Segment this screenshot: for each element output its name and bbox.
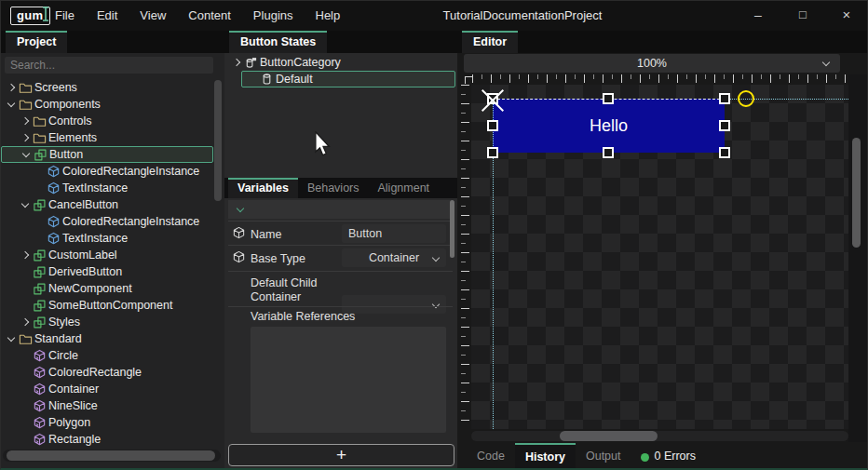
title-bar: gum FileEditViewContentPluginsHelp Tutor… (1, 1, 868, 31)
resize-handle-middle-right[interactable] (719, 120, 730, 131)
project-tree-vertical-scrollbar[interactable] (214, 80, 222, 201)
instance-cube-icon (47, 215, 62, 229)
chevron-down-icon[interactable] (7, 334, 15, 342)
tab-project[interactable]: Project (6, 31, 67, 53)
standard-element-icon (33, 349, 48, 363)
tree-item-controls[interactable]: Controls (1, 113, 213, 129)
properties-tab-alignment[interactable]: Alignment (369, 180, 440, 200)
name-field-label: Name (251, 228, 281, 241)
menu-edit[interactable]: Edit (86, 1, 129, 31)
tab-editor[interactable]: Editor (462, 31, 518, 53)
maximize-button[interactable]: □ (787, 1, 819, 31)
menu-view[interactable]: View (129, 1, 177, 31)
base-type-dropdown-value: Container (369, 251, 419, 264)
resize-handle-bottom-right[interactable] (719, 147, 730, 158)
tab-button-states[interactable]: Button States (229, 31, 327, 53)
variables-collapse-header[interactable] (228, 200, 453, 219)
rotation-handle-circle[interactable] (738, 90, 754, 107)
tree-item-default[interactable]: Default (241, 71, 455, 87)
chevron-down-icon[interactable] (21, 200, 29, 208)
chevron-right-icon[interactable] (21, 251, 29, 259)
variable-references-textarea[interactable] (251, 327, 446, 433)
editor-panel: 100% Hello (457, 53, 868, 470)
close-button[interactable]: × (831, 1, 862, 31)
name-field-input[interactable] (342, 224, 446, 243)
project-tree-horizontal-scrollbar[interactable] (7, 450, 215, 461)
tree-item-somebuttoncomponent[interactable]: SomeButtonComponent (1, 297, 213, 314)
minimize-button[interactable]: – (742, 1, 774, 31)
app-window: gum FileEditViewContentPluginsHelp Tutor… (0, 0, 868, 470)
tree-item-coloredrectangle[interactable]: ColoredRectangle (1, 364, 213, 381)
divider (228, 245, 453, 246)
resize-handle-top-center[interactable] (603, 93, 614, 104)
standard-element-icon (33, 399, 48, 413)
tree-item-label: Controls (48, 114, 92, 128)
chevron-right-icon[interactable] (21, 117, 29, 125)
resize-handle-bottom-center[interactable] (603, 147, 614, 158)
selected-element[interactable]: Hello (493, 99, 725, 153)
resize-handle-top-right[interactable] (719, 93, 730, 104)
tree-item-textinstance[interactable]: TextInstance (1, 230, 213, 247)
chevron-right-icon[interactable] (21, 134, 29, 141)
tree-item-buttoncategory[interactable]: ButtonCategory (224, 54, 457, 71)
tree-item-screens[interactable]: Screens (1, 79, 213, 96)
status-tab-code[interactable]: Code (467, 443, 515, 470)
resize-handle-bottom-left[interactable] (487, 147, 498, 158)
editor-horizontal-scrollbar[interactable] (560, 431, 658, 441)
tree-item-styles[interactable]: Styles (1, 314, 213, 330)
chevron-down-icon[interactable] (22, 150, 30, 157)
chevron-right-icon[interactable] (7, 84, 15, 91)
properties-tab-variables[interactable]: Variables (228, 178, 298, 198)
status-tab-output[interactable]: Output (576, 443, 631, 470)
properties-tab-behaviors[interactable]: Behaviors (298, 180, 369, 200)
zoom-level-dropdown[interactable]: 100% (464, 54, 840, 73)
menu-file[interactable]: File (44, 1, 86, 31)
menu-plugins[interactable]: Plugins (242, 1, 305, 31)
tree-item-nineslice[interactable]: NineSlice (1, 397, 213, 414)
variable-cube-icon (232, 250, 247, 267)
standard-element-icon (33, 433, 48, 447)
chevron-right-icon[interactable] (233, 59, 240, 66)
editor-horizontal-scrollbar-track (471, 431, 848, 441)
tree-item-standard[interactable]: Standard (1, 330, 213, 347)
tree-item-customlabel[interactable]: CustomLabel (1, 247, 213, 263)
tree-item-textinstance[interactable]: TextInstance (1, 180, 213, 196)
menu-help[interactable]: Help (305, 1, 352, 31)
vertical-ruler (461, 85, 470, 429)
standard-element-icon (33, 416, 48, 430)
tree-item-circle[interactable]: Circle (1, 347, 213, 364)
tree-item-components[interactable]: Components (1, 96, 213, 113)
divider (228, 271, 453, 272)
divider (228, 306, 453, 307)
add-variable-button[interactable]: + (228, 444, 454, 466)
tree-item-button[interactable]: Button (1, 146, 213, 163)
editor-canvas[interactable]: Hello (471, 85, 848, 429)
base-type-dropdown[interactable]: Container (342, 248, 446, 267)
tree-item-coloredrectangleinstance[interactable]: ColoredRectangleInstance (1, 163, 213, 180)
chevron-right-icon[interactable] (21, 318, 29, 326)
tree-item-label: Standard (34, 332, 82, 345)
tree-item-elements[interactable]: Elements (1, 129, 213, 146)
chevron-down-icon[interactable] (7, 100, 15, 107)
tab-strip: Project Button States Editor (1, 31, 868, 53)
search-input[interactable] (5, 57, 213, 74)
state-category-icon (244, 56, 260, 70)
base-type-field-label: Base Type (251, 252, 305, 265)
properties-vertical-scrollbar[interactable] (450, 200, 454, 258)
status-tab-history[interactable]: History (515, 443, 576, 470)
tree-item-coloredrectangleinstance[interactable]: ColoredRectangleInstance (1, 213, 213, 230)
tree-item-rectangle[interactable]: Rectangle (1, 431, 213, 448)
tree-item-newcomponent[interactable]: NewComponent (1, 280, 213, 297)
instance-cube-icon (47, 165, 62, 179)
folder-icon (19, 81, 34, 95)
tree-item-derivedbutton[interactable]: DerivedButton (1, 263, 213, 280)
tree-item-label: NineSlice (48, 399, 98, 412)
tree-item-cancelbutton[interactable]: CancelButton (1, 196, 213, 213)
editor-vertical-scrollbar[interactable] (852, 138, 861, 248)
resize-handle-middle-left[interactable] (487, 120, 498, 131)
tree-item-label: CancelButton (48, 198, 118, 211)
tree-item-polygon[interactable]: Polygon (1, 414, 213, 431)
tree-item-container[interactable]: Container (1, 381, 213, 397)
default-child-container-dropdown[interactable] (342, 295, 446, 314)
menu-content[interactable]: Content (177, 1, 242, 31)
